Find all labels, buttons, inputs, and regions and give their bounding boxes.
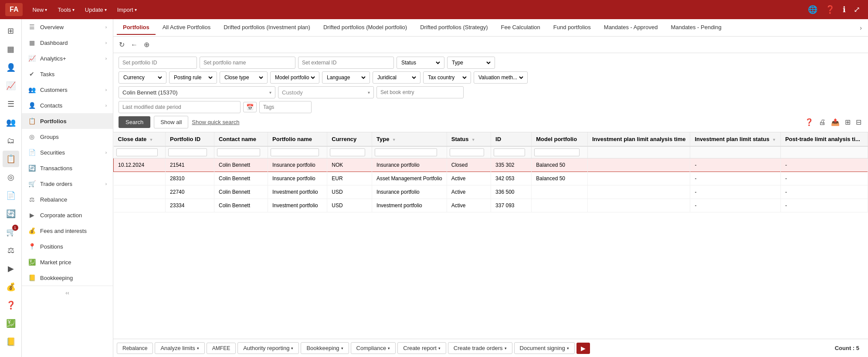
bookkeeping-button[interactable]: Bookkeeping ▾: [301, 342, 349, 354]
status-select[interactable]: Status: [397, 57, 444, 69]
sidebar-icon-tasks[interactable]: ☰: [3, 96, 19, 112]
create-trade-orders-button[interactable]: Create trade orders ▾: [448, 342, 512, 354]
nav-item-analytics[interactable]: 📈 Analytics+ ›: [22, 51, 113, 66]
nav-item-transactions[interactable]: 🔄 Transactions: [22, 160, 113, 176]
columns-icon[interactable]: ⊞: [844, 117, 852, 128]
sidebar-icon-home[interactable]: ⊞: [3, 23, 19, 39]
col-post-trade[interactable]: Post-trade limit analysis ti...: [780, 132, 868, 146]
col-inv-plan-limit-time[interactable]: Investment plan limit analysis time: [587, 132, 690, 146]
valuation-method-dropdown[interactable]: Valuation meth...: [477, 74, 525, 81]
custody-select[interactable]: Custody ▾: [278, 86, 374, 98]
info-icon[interactable]: ℹ: [840, 3, 848, 16]
status-dropdown[interactable]: Status: [400, 59, 441, 66]
juridical-select[interactable]: Juridical: [373, 71, 420, 84]
nav-item-corporate-action[interactable]: ▶ Corporate action: [22, 207, 113, 223]
forward-button[interactable]: ▶: [576, 343, 590, 354]
col-status[interactable]: Status ▼: [447, 132, 491, 146]
col-contact-name[interactable]: Contact name: [214, 132, 268, 146]
document-signing-button[interactable]: Document signing ▾: [514, 342, 575, 354]
col-inv-plan-limit-status[interactable]: Investment plan limit status ▼: [690, 132, 780, 146]
calendar-button[interactable]: 📅: [243, 102, 257, 112]
filter-post-trade[interactable]: [780, 146, 868, 158]
filter-model-portfolio-input[interactable]: [534, 148, 580, 156]
filter-contact-name[interactable]: [214, 146, 268, 158]
tab-drifted-strategy[interactable]: Drifted portfolios (Strategy): [414, 20, 494, 35]
tab-drifted-model[interactable]: Drifted portfolios (Model portfolio): [317, 20, 413, 35]
filter-portfolio-name[interactable]: [268, 146, 327, 158]
external-id-input[interactable]: [298, 57, 394, 69]
filter-model-portfolio[interactable]: [532, 146, 588, 158]
filter-inv-status[interactable]: [690, 146, 780, 158]
table-settings-icon[interactable]: ⊟: [854, 117, 863, 128]
tab-mandates-pending[interactable]: Mandates - Pending: [665, 20, 727, 35]
tax-country-select[interactable]: Tax country: [423, 71, 471, 84]
sidebar-icon-bookkeeping[interactable]: 📒: [3, 333, 19, 350]
nav-item-overview[interactable]: ☰ Overview ›: [22, 19, 113, 35]
filter-close-date-input[interactable]: [116, 148, 158, 156]
show-all-button[interactable]: Show all: [154, 116, 188, 128]
authority-reporting-button[interactable]: Authority reporting ▾: [237, 342, 299, 354]
nav-item-customers[interactable]: 👥 Customers ›: [22, 82, 113, 98]
filter-close-date[interactable]: [114, 146, 166, 158]
filter-status[interactable]: [447, 146, 491, 158]
col-portfolio-id[interactable]: Portfolio ID: [166, 132, 214, 146]
sidebar-icon-groups[interactable]: ◎: [3, 169, 19, 185]
sidebar-icon-securities[interactable]: 📄: [3, 187, 19, 204]
tags-input[interactable]: [259, 101, 312, 113]
search-button[interactable]: Search: [119, 116, 150, 128]
nav-item-portfolios[interactable]: 📋 Portfolios: [22, 113, 113, 129]
col-id[interactable]: ID: [491, 132, 532, 146]
filter-currency-input[interactable]: [330, 148, 365, 156]
filter-inv-plan[interactable]: [587, 146, 690, 158]
table-row[interactable]: 10.12.2024 21541 Colin Bennett Insurance…: [114, 158, 868, 172]
nav-item-market-price[interactable]: 💹 Market price: [22, 254, 113, 270]
portfolio-id-input[interactable]: [119, 57, 197, 69]
sidebar-icon-corporate-action[interactable]: ▶: [3, 260, 19, 277]
sidebar-icon-fees[interactable]: 💰: [3, 279, 19, 295]
valuation-method-select[interactable]: Valuation meth...: [474, 71, 528, 84]
col-close-date[interactable]: Close date ▼: [114, 132, 166, 146]
sidebar-icon-portfolios[interactable]: 📋: [3, 151, 19, 167]
tab-mandates-approved[interactable]: Mandates - Approved: [598, 20, 664, 35]
filter-portfolio-name-input[interactable]: [271, 148, 319, 156]
reload-button[interactable]: ↻: [118, 39, 126, 50]
set-book-entry-input[interactable]: [376, 86, 464, 98]
date-period-input[interactable]: [119, 101, 241, 113]
new-tab-button[interactable]: ⊕: [142, 39, 151, 50]
nav-tools[interactable]: Tools ▾: [53, 4, 78, 16]
sidebar-icon-rebalance[interactable]: ⚖: [3, 242, 19, 259]
print-icon[interactable]: 🖨: [817, 117, 827, 128]
close-type-select[interactable]: Close type: [220, 71, 268, 84]
quick-search-link[interactable]: Show quick search: [192, 119, 239, 125]
nav-item-positions[interactable]: 📍 Positions: [22, 239, 113, 254]
filter-status-input[interactable]: [450, 148, 484, 156]
col-portfolio-name[interactable]: Portfolio name: [268, 132, 327, 146]
sidebar-icon-market-price[interactable]: 💹: [3, 315, 19, 332]
nav-item-rebalance[interactable]: ⚖ Rebalance: [22, 192, 113, 207]
tab-all-active-portfolios[interactable]: All Active Portfolios: [156, 20, 217, 35]
type-dropdown[interactable]: Type: [450, 59, 492, 66]
nav-new[interactable]: New ▾: [28, 4, 51, 16]
nav-item-bookkeeping[interactable]: 📒 Bookkeeping: [22, 270, 113, 286]
filter-contact-name-input[interactable]: [217, 148, 260, 156]
contact-select[interactable]: Colin Bennett (15370) ▾: [119, 86, 275, 98]
tab-portfolios[interactable]: Portfolios: [117, 20, 156, 35]
expand-icon[interactable]: ⤢: [851, 3, 863, 16]
nav-item-contacts[interactable]: 👤 Contacts ›: [22, 98, 113, 113]
nav-item-groups[interactable]: ◎ Groups: [22, 129, 113, 145]
currency-select[interactable]: Currency: [119, 71, 166, 84]
back-button[interactable]: ←: [129, 40, 139, 50]
posting-rule-dropdown[interactable]: Posting rule: [172, 74, 214, 81]
table-row[interactable]: 23334 Colin Bennett Investment portfolio…: [114, 199, 868, 212]
juridical-dropdown[interactable]: Juridical: [376, 74, 417, 81]
nav-collapse-button[interactable]: ‹‹: [22, 286, 113, 300]
filter-id[interactable]: [491, 146, 532, 158]
filter-portfolio-id-input[interactable]: [168, 148, 207, 156]
filter-currency[interactable]: [327, 146, 372, 158]
sidebar-icon-analytics[interactable]: 📈: [3, 77, 19, 94]
close-type-dropdown[interactable]: Close type: [223, 74, 264, 81]
col-currency[interactable]: Currency: [327, 132, 372, 146]
table-row[interactable]: 22740 Colin Bennett Investment portfolio…: [114, 185, 868, 199]
export-icon[interactable]: 📤: [830, 117, 841, 128]
globe-icon[interactable]: 🌐: [805, 3, 820, 16]
